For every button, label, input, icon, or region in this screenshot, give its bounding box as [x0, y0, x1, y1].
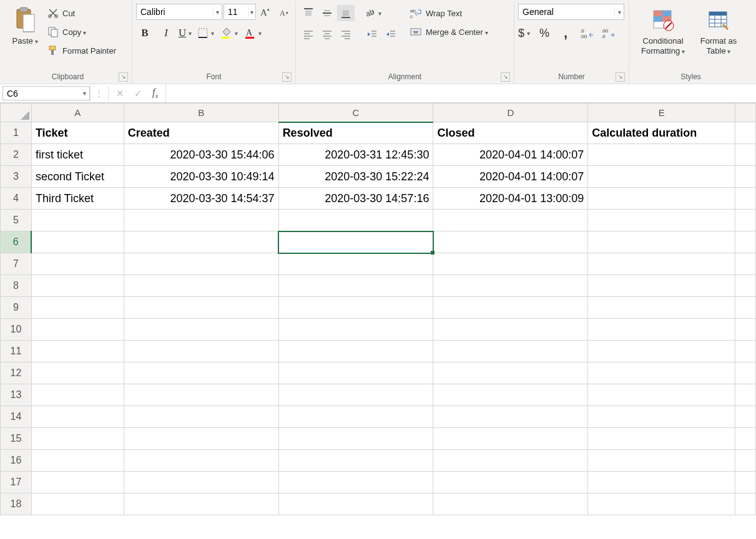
- row-header-10[interactable]: 10: [1, 319, 32, 341]
- cell-C1[interactable]: Resolved: [278, 122, 433, 144]
- name-box-input[interactable]: [3, 89, 81, 99]
- cell-F9[interactable]: [735, 297, 756, 319]
- row-header-15[interactable]: 15: [1, 428, 32, 450]
- comma-style-button[interactable]: ,: [557, 25, 574, 41]
- borders-button[interactable]: ▾: [197, 27, 216, 39]
- paste-button[interactable]: Paste: [7, 4, 42, 47]
- cell-B13[interactable]: [124, 384, 278, 406]
- col-header-E[interactable]: E: [588, 104, 735, 122]
- cell-B5[interactable]: [124, 210, 278, 231]
- increase-font-size-button[interactable]: A▴: [257, 4, 275, 20]
- font-name-input[interactable]: [137, 7, 213, 17]
- cell-B14[interactable]: [124, 406, 278, 428]
- cell-A8[interactable]: [31, 275, 124, 297]
- cell-A18[interactable]: [31, 493, 124, 515]
- cell-A4[interactable]: Third Ticket: [31, 188, 124, 210]
- row-header-5[interactable]: 5: [1, 210, 32, 231]
- row-header-8[interactable]: 8: [1, 275, 32, 297]
- increase-decimal-button[interactable]: .0.00: [578, 25, 596, 41]
- cell-A14[interactable]: [31, 406, 124, 428]
- cell-C4[interactable]: 2020-03-30 14:57:16: [278, 188, 433, 210]
- percent-button[interactable]: %: [536, 25, 553, 41]
- cell-D14[interactable]: [433, 406, 588, 428]
- row-header-18[interactable]: 18: [1, 493, 32, 515]
- cell-D7[interactable]: [433, 253, 588, 275]
- cell-D18[interactable]: [433, 493, 588, 515]
- formula-input[interactable]: [165, 84, 756, 102]
- cut-button[interactable]: Cut: [45, 5, 119, 21]
- underline-button[interactable]: U▾: [179, 27, 194, 39]
- chevron-down-icon[interactable]: ▾: [81, 90, 89, 97]
- row-header-1[interactable]: 1: [1, 122, 32, 144]
- cell-C17[interactable]: [278, 472, 433, 493]
- cell-E18[interactable]: [588, 493, 735, 515]
- bold-button[interactable]: B: [136, 25, 154, 41]
- cell-C18[interactable]: [278, 493, 433, 515]
- cell-D5[interactable]: [433, 210, 588, 231]
- cell-F2[interactable]: [735, 144, 756, 166]
- cell-B15[interactable]: [124, 428, 278, 450]
- col-header-B[interactable]: B: [124, 104, 278, 122]
- cell-B12[interactable]: [124, 362, 278, 384]
- chevron-down-icon[interactable]: ▾: [614, 9, 624, 16]
- format-as-table-button[interactable]: Format asTable: [693, 4, 744, 57]
- cell-D1[interactable]: Closed: [433, 122, 588, 144]
- clipboard-dialog-launcher[interactable]: ↘: [119, 72, 128, 82]
- cell-C16[interactable]: [278, 450, 433, 472]
- align-left-button[interactable]: [300, 26, 317, 42]
- cell-A16[interactable]: [31, 450, 124, 472]
- cell-A3[interactable]: second Ticket: [31, 166, 124, 188]
- cell-C12[interactable]: [278, 362, 433, 384]
- cell-C8[interactable]: [278, 275, 433, 297]
- align-right-button[interactable]: [337, 26, 355, 42]
- merge-center-button[interactable]: a Merge & Center: [407, 24, 491, 40]
- cell-D9[interactable]: [433, 297, 588, 319]
- row-header-3[interactable]: 3: [1, 166, 32, 188]
- cell-E9[interactable]: [588, 297, 735, 319]
- cell-A5[interactable]: [31, 210, 124, 231]
- cell-E14[interactable]: [588, 406, 735, 428]
- cell-C2[interactable]: 2020-03-31 12:45:30: [278, 144, 433, 166]
- decrease-indent-button[interactable]: [363, 26, 381, 42]
- cell-E16[interactable]: [588, 450, 735, 472]
- decrease-decimal-button[interactable]: .00.0: [599, 25, 617, 41]
- cell-E11[interactable]: [588, 341, 735, 362]
- italic-button[interactable]: I: [157, 25, 175, 41]
- cell-E15[interactable]: [588, 428, 735, 450]
- align-top-button[interactable]: [300, 5, 317, 21]
- copy-button[interactable]: Copy: [45, 24, 119, 40]
- align-bottom-button[interactable]: [337, 5, 355, 21]
- alignment-dialog-launcher[interactable]: ↘: [501, 72, 510, 82]
- name-box[interactable]: ▾: [2, 86, 90, 100]
- cell-B4[interactable]: 2020-03-30 14:54:37: [124, 188, 278, 210]
- cell-C5[interactable]: [278, 210, 433, 231]
- cell-A13[interactable]: [31, 384, 124, 406]
- cell-B2[interactable]: 2020-03-30 15:44:06: [124, 144, 278, 166]
- cell-F11[interactable]: [735, 341, 756, 362]
- orientation-button[interactable]: ab▾: [363, 7, 383, 19]
- cell-F12[interactable]: [735, 362, 756, 384]
- cell-B18[interactable]: [124, 493, 278, 515]
- cell-F7[interactable]: [735, 253, 756, 275]
- cell-B7[interactable]: [124, 253, 278, 275]
- cell-B8[interactable]: [124, 275, 278, 297]
- conditional-formatting-button[interactable]: ConditionalFormatting: [633, 4, 693, 57]
- cell-F18[interactable]: [735, 493, 756, 515]
- col-header-D[interactable]: D: [433, 104, 588, 122]
- col-header-F[interactable]: [735, 104, 756, 122]
- cell-A12[interactable]: [31, 362, 124, 384]
- row-header-9[interactable]: 9: [1, 297, 32, 319]
- cell-A11[interactable]: [31, 341, 124, 362]
- row-header-4[interactable]: 4: [1, 188, 32, 210]
- cell-C10[interactable]: [278, 319, 433, 341]
- cell-B9[interactable]: [124, 297, 278, 319]
- cell-F10[interactable]: [735, 319, 756, 341]
- cell-C13[interactable]: [278, 384, 433, 406]
- align-center-button[interactable]: [318, 26, 336, 42]
- cell-B3[interactable]: 2020-03-30 10:49:14: [124, 166, 278, 188]
- cell-A17[interactable]: [31, 472, 124, 493]
- cell-F8[interactable]: [735, 275, 756, 297]
- cell-F5[interactable]: [735, 210, 756, 231]
- font-size-combo[interactable]: ▾: [223, 4, 256, 20]
- cell-F17[interactable]: [735, 472, 756, 493]
